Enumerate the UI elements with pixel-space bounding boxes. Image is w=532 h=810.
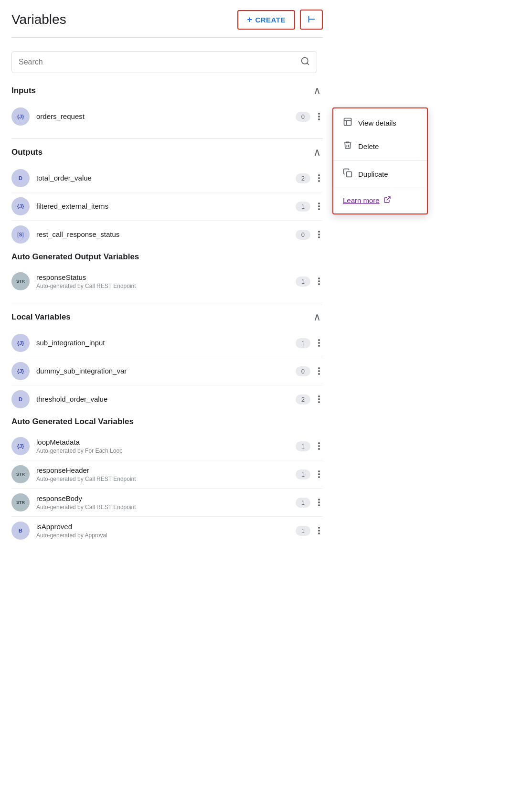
var-icon-loopMetadata: {J} bbox=[11, 437, 30, 455]
var-info-threshold-order-value: threshold_order_value bbox=[36, 395, 296, 404]
inputs-title: Inputs bbox=[11, 86, 36, 96]
var-icon-orders-request: {J} bbox=[11, 107, 30, 126]
section-divider-1 bbox=[11, 138, 323, 139]
auto-output-section: Auto Generated Output Variables STR resp… bbox=[11, 252, 323, 295]
var-name-isApproved: isApproved bbox=[36, 522, 72, 531]
context-menu-learn-more[interactable]: Learn more bbox=[333, 190, 427, 211]
var-info-total-order-value: total_order_value bbox=[36, 174, 296, 182]
var-icon-filtered-external-items: {J} bbox=[11, 197, 30, 215]
outputs-section: Outputs ∧ D total_order_value 2 {J} filt… bbox=[11, 146, 323, 248]
plus-icon: + bbox=[247, 15, 252, 25]
svg-rect-5 bbox=[347, 172, 352, 177]
var-menu-button-responseHeader[interactable] bbox=[315, 469, 323, 480]
search-container bbox=[11, 51, 323, 73]
var-name-total-order-value: total_order_value bbox=[36, 174, 92, 182]
create-button[interactable]: + CREATE bbox=[237, 10, 295, 30]
var-menu-button-responseBody[interactable] bbox=[315, 497, 323, 508]
outputs-collapse-button[interactable]: ∧ bbox=[311, 146, 323, 159]
var-menu-button-orders-request[interactable] bbox=[315, 111, 323, 122]
inputs-collapse-button[interactable]: ∧ bbox=[311, 85, 323, 97]
var-subtext-responseHeader: Auto-generated by Call REST Endpoint bbox=[36, 476, 296, 482]
var-menu-button-rest-call-response-status[interactable] bbox=[315, 229, 323, 240]
header-actions: + CREATE ⊢ bbox=[237, 10, 323, 30]
variable-row-responseStatus: STR responseStatus Auto-generated by Cal… bbox=[11, 267, 323, 295]
var-menu-button-filtered-external-items[interactable] bbox=[315, 201, 323, 212]
var-badge-responseBody: 1 bbox=[296, 498, 310, 508]
collapse-button[interactable]: ⊢ bbox=[300, 10, 323, 30]
var-name-rest-call-response-status: rest_call_response_status bbox=[36, 230, 119, 238]
var-badge-isApproved: 1 bbox=[296, 526, 310, 536]
section-divider-2 bbox=[11, 303, 323, 303]
variable-row-loopMetadata: {J} loopMetadata Auto-generated by For E… bbox=[11, 432, 323, 460]
var-badge-loopMetadata: 1 bbox=[296, 441, 310, 451]
var-badge-threshold-order-value: 2 bbox=[296, 394, 310, 405]
var-info-dummy-sub-integration-var: dummy_sub_integration_var bbox=[36, 367, 296, 375]
local-variables-collapse-button[interactable]: ∧ bbox=[311, 311, 323, 323]
outputs-section-header: Outputs ∧ bbox=[11, 146, 323, 159]
variable-row-sub-integration-input: {J} sub_integration_input 1 bbox=[11, 329, 323, 357]
var-badge-dummy-sub-integration-var: 0 bbox=[296, 366, 310, 376]
svg-line-6 bbox=[386, 197, 390, 200]
context-menu-duplicate[interactable]: Duplicate bbox=[333, 162, 427, 186]
variable-row-responseBody: STR responseBody Auto-generated by Call … bbox=[11, 489, 323, 517]
var-info-responseHeader: responseHeader Auto-generated by Call RE… bbox=[36, 466, 296, 482]
var-info-isApproved: isApproved Auto-generated by Approval bbox=[36, 522, 296, 539]
duplicate-icon bbox=[343, 168, 352, 180]
search-box bbox=[11, 51, 317, 73]
svg-rect-2 bbox=[344, 118, 351, 126]
dot-icon bbox=[318, 113, 320, 115]
var-name-loopMetadata: loopMetadata bbox=[36, 438, 80, 446]
context-menu-delete[interactable]: Delete bbox=[333, 135, 427, 158]
var-subtext-loopMetadata: Auto-generated by For Each Loop bbox=[36, 448, 296, 454]
var-menu-button-loopMetadata[interactable] bbox=[315, 440, 323, 452]
page-title: Variables bbox=[11, 12, 66, 27]
dot-icon bbox=[318, 118, 320, 120]
var-info-orders-request: orders_request bbox=[36, 112, 296, 121]
var-menu-button-isApproved[interactable] bbox=[315, 525, 323, 536]
var-info-rest-call-response-status: rest_call_response_status bbox=[36, 230, 296, 239]
auto-local-section-header: Auto Generated Local Variables bbox=[11, 417, 323, 426]
var-icon-threshold-order-value: D bbox=[11, 390, 30, 408]
variable-row-dummy-sub-integration-var: {J} dummy_sub_integration_var 0 bbox=[11, 357, 323, 385]
var-name-responseStatus: responseStatus bbox=[36, 273, 86, 281]
var-menu-button-sub-integration-input[interactable] bbox=[315, 337, 323, 349]
variable-row-filtered-external-items: {J} filtered_external_items 1 bbox=[11, 192, 323, 221]
local-variables-title: Local Variables bbox=[11, 312, 71, 322]
var-icon-responseHeader: STR bbox=[11, 465, 30, 483]
svg-line-1 bbox=[307, 63, 309, 65]
duplicate-label: Duplicate bbox=[358, 170, 388, 178]
collapse-icon: ⊢ bbox=[308, 14, 315, 25]
var-icon-dummy-sub-integration-var: {J} bbox=[11, 362, 30, 380]
context-menu-view-details[interactable]: View details bbox=[333, 111, 427, 135]
page-header: Variables + CREATE ⊢ bbox=[11, 10, 323, 38]
var-name-dummy-sub-integration-var: dummy_sub_integration_var bbox=[36, 367, 127, 375]
var-menu-button-total-order-value[interactable] bbox=[315, 172, 323, 184]
delete-label: Delete bbox=[358, 142, 379, 150]
var-menu-button-responseStatus[interactable] bbox=[315, 276, 323, 287]
local-variables-section: Local Variables ∧ {J} sub_integration_in… bbox=[11, 311, 323, 413]
var-menu-button-dummy-sub-integration-var[interactable] bbox=[315, 365, 323, 377]
local-variables-section-header: Local Variables ∧ bbox=[11, 311, 323, 323]
search-input[interactable] bbox=[19, 58, 300, 66]
var-menu-button-threshold-order-value[interactable] bbox=[315, 394, 323, 405]
var-badge-sub-integration-input: 1 bbox=[296, 338, 310, 348]
var-name-responseHeader: responseHeader bbox=[36, 466, 89, 474]
var-name-responseBody: responseBody bbox=[36, 494, 82, 502]
var-badge-orders-request: 0 bbox=[296, 112, 310, 122]
var-info-responseBody: responseBody Auto-generated by Call REST… bbox=[36, 494, 296, 511]
var-badge-filtered-external-items: 1 bbox=[296, 202, 310, 212]
create-label: CREATE bbox=[255, 16, 286, 24]
variable-row-responseHeader: STR responseHeader Auto-generated by Cal… bbox=[11, 460, 323, 489]
context-menu-divider-2 bbox=[333, 188, 427, 188]
context-menu: View details Delete bbox=[332, 107, 428, 214]
var-icon-isApproved: B bbox=[11, 522, 30, 540]
variable-row-threshold-order-value: D threshold_order_value 2 bbox=[11, 385, 323, 413]
var-subtext-responseBody: Auto-generated by Call REST Endpoint bbox=[36, 504, 296, 511]
external-link-icon bbox=[383, 196, 391, 205]
outputs-title: Outputs bbox=[11, 148, 43, 157]
context-menu-divider bbox=[333, 160, 427, 160]
var-name-filtered-external-items: filtered_external_items bbox=[36, 202, 108, 210]
variable-row-rest-call-response-status: [S] rest_call_response_status 0 bbox=[11, 221, 323, 248]
var-badge-responseHeader: 1 bbox=[296, 469, 310, 480]
var-badge-total-order-value: 2 bbox=[296, 173, 310, 183]
